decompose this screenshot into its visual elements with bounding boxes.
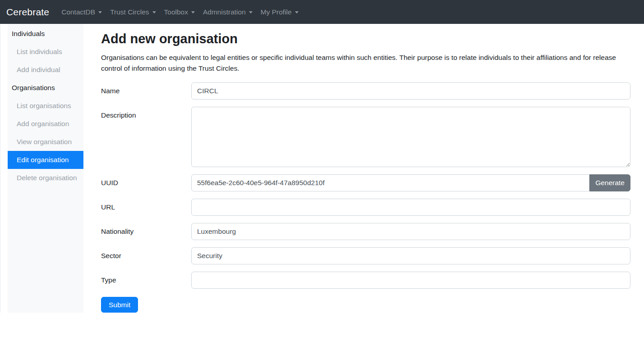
main-content: Add new organisation Organisations can b…: [83, 24, 644, 313]
nav-item-label: My Profile: [261, 8, 292, 16]
chevron-down-icon: [295, 11, 299, 14]
page-title: Add new organisation: [101, 32, 630, 46]
sidebar-item-edit-organisation[interactable]: Edit organisation: [8, 151, 83, 169]
sidebar-item-add-organisation[interactable]: Add organisation: [8, 115, 83, 133]
chevron-down-icon: [152, 11, 156, 14]
description-label: Description: [101, 107, 191, 120]
sidebar-item-view-organisation[interactable]: View organisation: [8, 133, 83, 151]
generate-uuid-button[interactable]: Generate: [589, 174, 630, 191]
uuid-input[interactable]: [191, 174, 589, 191]
nav-item-trust-circles[interactable]: Trust Circles: [106, 5, 160, 20]
nationality-input[interactable]: [191, 223, 630, 240]
sector-input[interactable]: [191, 247, 630, 264]
nav-item-label: Admnistration: [203, 8, 246, 16]
nav-item-contactdb[interactable]: ContactDB: [57, 5, 106, 20]
form-row-sector: Sector: [101, 247, 630, 264]
name-label: Name: [101, 82, 191, 95]
chevron-down-icon: [249, 11, 253, 14]
app-navbar: Cerebrate ContactDB Trust Circles Toolbo…: [0, 0, 644, 24]
nav-item-my-profile[interactable]: My Profile: [257, 5, 303, 20]
nationality-label: Nationality: [101, 223, 191, 236]
page-description: Organisations can be equivalent to legal…: [101, 52, 630, 74]
nav-item-label: ContactDB: [61, 8, 95, 16]
sidebar-item-add-individual[interactable]: Add individual: [8, 61, 83, 79]
page-layout: Individuals List individuals Add individ…: [0, 24, 644, 313]
sector-label: Sector: [101, 247, 191, 260]
submit-button[interactable]: Submit: [101, 297, 138, 313]
form-row-description: Description: [101, 107, 630, 167]
app-brand[interactable]: Cerebrate: [6, 7, 49, 18]
sidebar-item-list-organisations[interactable]: List organisations: [8, 97, 83, 115]
sidebar-item-individuals[interactable]: Individuals: [8, 25, 83, 43]
url-label: URL: [101, 199, 191, 212]
organisation-form: Name Description UUID Generate URL: [101, 82, 630, 313]
type-label: Type: [101, 272, 191, 285]
uuid-label: UUID: [101, 174, 191, 187]
chevron-down-icon: [191, 11, 195, 14]
sidebar-gutter: [0, 24, 8, 313]
form-row-uuid: UUID Generate: [101, 174, 630, 191]
chevron-down-icon: [98, 11, 102, 14]
nav-item-label: Trust Circles: [110, 8, 149, 16]
name-input[interactable]: [191, 82, 630, 100]
sidebar-item-delete-organisation[interactable]: Delete organisation: [8, 169, 83, 187]
url-input[interactable]: [191, 199, 630, 216]
nav-item-administration[interactable]: Admnistration: [199, 5, 257, 20]
nav-item-toolbox[interactable]: Toolbox: [160, 5, 199, 20]
sidebar-item-list-individuals[interactable]: List individuals: [8, 43, 83, 61]
nav-item-label: Toolbox: [164, 8, 188, 16]
type-input[interactable]: [191, 272, 630, 289]
sidebar: Individuals List individuals Add individ…: [8, 24, 83, 313]
form-row-url: URL: [101, 199, 630, 216]
sidebar-item-organisations[interactable]: Organisations: [8, 79, 83, 97]
form-row-type: Type: [101, 272, 630, 289]
description-textarea[interactable]: [191, 107, 630, 167]
form-row-nationality: Nationality: [101, 223, 630, 240]
form-row-name: Name: [101, 82, 630, 100]
